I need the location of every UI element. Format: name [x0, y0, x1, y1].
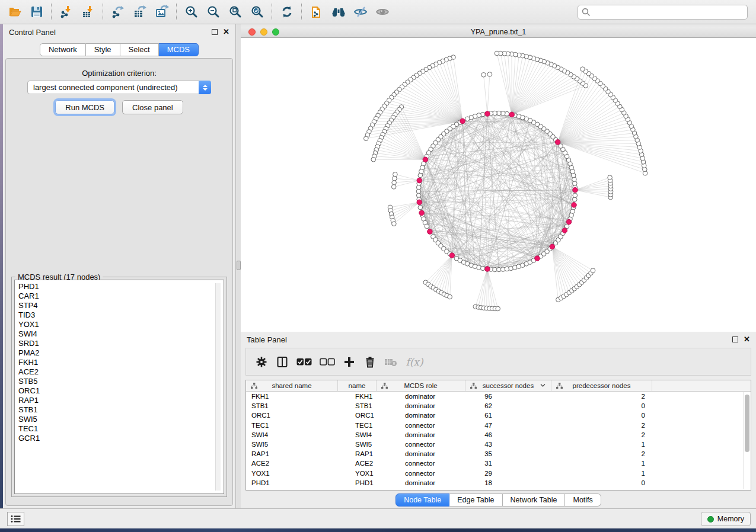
- column-header-MCDS-role[interactable]: MCDS role: [377, 380, 465, 391]
- import-table-button[interactable]: [77, 1, 99, 23]
- table-cell[interactable]: 1: [551, 470, 652, 477]
- table-cell[interactable]: TEC1: [338, 422, 377, 429]
- table-cell[interactable]: YOX1: [246, 470, 338, 477]
- table-cell[interactable]: connector: [377, 470, 465, 477]
- table-vertical-scrollbar[interactable]: [743, 392, 750, 489]
- mcds-result-item[interactable]: PMA2: [18, 348, 224, 358]
- save-session-button[interactable]: [25, 1, 47, 23]
- mcds-result-item[interactable]: SWI5: [18, 415, 224, 424]
- table-cell[interactable]: FKH1: [246, 393, 338, 400]
- table-cell[interactable]: 0: [551, 402, 652, 409]
- split-panel-button[interactable]: [275, 355, 289, 369]
- table-cell[interactable]: 2: [551, 450, 652, 457]
- network-canvas[interactable]: [241, 38, 756, 332]
- export-image-button[interactable]: [151, 1, 173, 23]
- mcds-result-item[interactable]: SWI4: [18, 329, 224, 339]
- tab-mcds[interactable]: MCDS: [159, 43, 199, 56]
- column-header-successor-nodes[interactable]: successor nodes: [465, 380, 551, 391]
- tab-style[interactable]: Style: [86, 43, 120, 56]
- mcds-result-item[interactable]: RAP1: [18, 396, 224, 405]
- tab-edge-table[interactable]: Edge Table: [449, 493, 502, 507]
- table-cell[interactable]: RAP1: [246, 450, 338, 457]
- table-cell[interactable]: ORC1: [338, 412, 377, 419]
- table-cell[interactable]: dominator: [377, 412, 465, 419]
- table-cell[interactable]: dominator: [377, 393, 465, 400]
- table-cell[interactable]: 96: [465, 393, 551, 400]
- close-panel-button[interactable]: Close panel: [122, 100, 183, 114]
- export-table-button[interactable]: [129, 1, 151, 23]
- table-cell[interactable]: connector: [377, 441, 465, 448]
- import-network-button[interactable]: [55, 1, 77, 23]
- zoom-selected-button[interactable]: [246, 1, 268, 23]
- zoom-fit-button[interactable]: [224, 1, 246, 23]
- show-task-history-button[interactable]: [7, 512, 24, 526]
- mcds-result-item[interactable]: SRD1: [18, 339, 224, 348]
- table-row[interactable]: SWI5SWI5connector431: [246, 440, 751, 449]
- delete-table-button[interactable]: [384, 355, 398, 369]
- deselect-all-button[interactable]: [319, 355, 336, 369]
- table-cell[interactable]: PHD1: [246, 479, 338, 486]
- table-cell[interactable]: YOX1: [338, 470, 377, 477]
- tab-network-table[interactable]: Network Table: [503, 493, 566, 507]
- zoom-in-button[interactable]: [180, 1, 202, 23]
- mcds-result-item[interactable]: GCR1: [18, 434, 224, 443]
- tab-node-table[interactable]: Node Table: [395, 493, 449, 507]
- refresh-layout-button[interactable]: [276, 1, 298, 23]
- function-builder-button[interactable]: f(x): [404, 355, 425, 369]
- table-cell[interactable]: ACE2: [246, 460, 338, 467]
- table-cell[interactable]: 46: [465, 431, 551, 438]
- table-cell[interactable]: 29: [465, 470, 551, 477]
- table-cell[interactable]: 1: [551, 441, 652, 448]
- zoom-out-button[interactable]: [202, 1, 224, 23]
- table-cell[interactable]: FKH1: [338, 393, 377, 400]
- mcds-result-item[interactable]: ACE2: [18, 367, 224, 377]
- table-cell[interactable]: ACE2: [338, 460, 377, 467]
- mcds-result-item[interactable]: ORC1: [18, 386, 224, 396]
- table-row[interactable]: PHD1PHD1dominator180: [246, 478, 751, 488]
- open-file-button[interactable]: [4, 1, 25, 23]
- table-cell[interactable]: PHD1: [338, 479, 377, 486]
- table-cell[interactable]: dominator: [377, 479, 465, 486]
- table-cell[interactable]: SWI4: [246, 431, 338, 438]
- mcds-result-item[interactable]: CAR1: [18, 291, 224, 301]
- table-cell[interactable]: dominator: [377, 450, 465, 457]
- mcds-result-item[interactable]: YOX1: [18, 320, 224, 329]
- mcds-result-item[interactable]: PHD1: [18, 282, 224, 291]
- mcds-result-item[interactable]: STP4: [18, 301, 224, 310]
- table-cell[interactable]: SWI4: [338, 431, 377, 438]
- find-button[interactable]: [327, 1, 349, 23]
- table-cell[interactable]: SWI5: [246, 441, 338, 448]
- table-cell[interactable]: 0: [551, 412, 652, 419]
- scrollbar-thumb[interactable]: [745, 395, 749, 452]
- table-cell[interactable]: RAP1: [338, 450, 377, 457]
- column-header-name[interactable]: name: [338, 380, 377, 391]
- table-cell[interactable]: 1: [551, 460, 652, 467]
- table-cell[interactable]: STB1: [338, 402, 377, 409]
- show-hide-details-button[interactable]: [349, 1, 371, 23]
- float-panel-icon[interactable]: [212, 29, 218, 35]
- table-cell[interactable]: 0: [551, 479, 652, 486]
- table-cell[interactable]: STB1: [246, 402, 338, 409]
- mcds-result-item[interactable]: STB5: [18, 377, 224, 386]
- tab-motifs[interactable]: Motifs: [565, 493, 601, 507]
- table-cell[interactable]: 62: [465, 402, 551, 409]
- table-cell[interactable]: 31: [465, 460, 551, 467]
- mcds-list-scrollbar[interactable]: [215, 283, 221, 491]
- column-header-predecessor-nodes[interactable]: predecessor nodes: [551, 380, 652, 391]
- table-cell[interactable]: 18: [465, 479, 551, 486]
- level-of-detail-button[interactable]: [371, 1, 393, 23]
- table-cell[interactable]: ORC1: [246, 412, 338, 419]
- mcds-result-item[interactable]: TID3: [18, 310, 224, 320]
- table-cell[interactable]: 2: [551, 393, 652, 400]
- mcds-result-item[interactable]: STB1: [18, 405, 224, 415]
- table-cell[interactable]: 2: [551, 431, 652, 438]
- panel-splitter[interactable]: [236, 24, 241, 508]
- table-cell[interactable]: connector: [377, 460, 465, 467]
- table-cell[interactable]: 61: [465, 412, 551, 419]
- export-network-button[interactable]: [107, 1, 129, 23]
- mcds-result-item[interactable]: TEC1: [18, 424, 224, 434]
- table-row[interactable]: YOX1YOX1connector291: [246, 469, 751, 478]
- tab-network[interactable]: Network: [40, 43, 86, 56]
- table-cell[interactable]: 43: [465, 441, 551, 448]
- run-mcds-button[interactable]: Run MCDS: [55, 100, 114, 114]
